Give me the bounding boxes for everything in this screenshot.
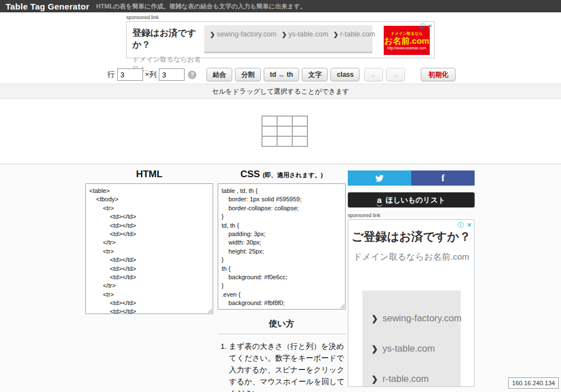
facebook-share-button[interactable]: f — [411, 170, 475, 186]
html-panel-title: HTML — [85, 169, 213, 180]
twitter-bird-icon — [375, 174, 384, 182]
grid-cell[interactable] — [292, 136, 307, 146]
main-area: HTML <table> <tbody> <tr> <td></td> <td>… — [0, 164, 561, 392]
grid-cell[interactable] — [292, 116, 307, 126]
css-panel: CSS (即、適用されます。) table , td, th { border:… — [218, 169, 346, 392]
merge-button[interactable]: 結合 — [206, 68, 232, 81]
sponsored-label: sponsored link — [126, 15, 435, 20]
amazon-wishlist-label: ほしいものリスト — [385, 195, 445, 205]
usage-section: 使い方 まず表の大きさ（行と列）を決めてください。数字をキーボードで入力するか、… — [218, 319, 346, 392]
td-th-toggle-button[interactable]: td ↔ th — [264, 68, 299, 81]
ad-link[interactable]: ❯r-table.com — [371, 373, 461, 384]
side-ad-headline: ご登録はお済ですか？ — [348, 229, 474, 245]
hint-bar: セルをドラッグして選択することができます — [0, 84, 561, 99]
side-column: f a ほしいものリスト sponsored link ⓘ ✕ ご登録はお済です… — [348, 170, 475, 387]
redo-button[interactable]: → — [386, 68, 405, 81]
facebook-f-icon: f — [442, 173, 445, 184]
rows-input[interactable] — [117, 68, 143, 81]
chevron-right-icon: ❯ — [371, 375, 378, 384]
cols-input[interactable] — [159, 68, 185, 81]
css-panel-title: CSS (即、適用されます。) — [218, 169, 346, 180]
chevron-right-icon: ❯ — [371, 314, 378, 323]
banner-line3: http://www.onamae.com — [387, 46, 426, 50]
grid-cell[interactable] — [292, 126, 307, 136]
grid-body — [262, 116, 307, 146]
chevron-right-icon: ❯ — [371, 344, 378, 353]
side-ad-box[interactable]: ⓘ ✕ ご登録はお済ですか？ ドメイン取るならお名前.com ❯sewing-f… — [348, 219, 475, 387]
side-ad-subline: ドメイン取るならお名前.com — [348, 251, 474, 263]
grid-cell[interactable] — [277, 116, 292, 126]
times-cols-label: ×列 — [145, 70, 157, 80]
app-header: Table Tag Generator HTMLの表を簡単に作成。複雑な表の結合… — [0, 0, 561, 12]
usage-divider — [218, 334, 346, 334]
chevron-right-icon: ❯ — [282, 31, 287, 38]
ad-link[interactable]: ❯sewing-factory.com — [210, 30, 277, 38]
ad-link[interactable]: ❯sewing-factory.com — [371, 313, 461, 324]
page-subtitle: HTMLの表を簡単に作成。複雑な表の結合も文字の入力も簡単に出来ます。 — [96, 2, 306, 11]
reset-button[interactable]: 初期化 — [421, 68, 456, 81]
grid-cell[interactable] — [262, 116, 277, 126]
social-buttons: f — [348, 170, 475, 186]
twitter-share-button[interactable] — [348, 170, 411, 186]
top-ad-area: sponsored link 登録はお済ですか？ ドメイン取るならお名前.c..… — [126, 15, 435, 58]
status-url-tooltip: 160.16.240.134 — [508, 377, 559, 389]
css-panel-note: (即、適用されます。) — [263, 172, 323, 178]
page-title: Table Tag Generator — [6, 2, 89, 11]
ad-info-icon[interactable]: ⓘ — [458, 222, 464, 228]
html-panel: HTML <table> <tbody> <tr> <td></td> <td>… — [85, 169, 213, 316]
class-button[interactable]: class — [330, 68, 360, 81]
adchoices-icons: ⓘ ✕ — [419, 22, 433, 30]
split-button[interactable]: 分割 — [235, 68, 261, 81]
ad-info-icon[interactable]: ⓘ — [420, 23, 425, 29]
html-code-textarea[interactable]: <table> <tbody> <tr> <td></td> <td></td>… — [85, 183, 213, 314]
top-ad-box[interactable]: 登録はお済ですか？ ドメイン取るならお名前.c... ❯sewing-facto… — [126, 21, 435, 58]
grid-cell[interactable] — [262, 126, 277, 136]
css-code-textarea[interactable]: table , td, th { border: 1px solid #5959… — [218, 183, 346, 310]
cell-grid[interactable] — [261, 116, 308, 147]
rows-label: 行 — [108, 70, 115, 80]
text-button[interactable]: 文字 — [302, 68, 328, 81]
adchoices-icons: ⓘ ✕ — [457, 221, 472, 229]
undo-button[interactable]: ← — [364, 68, 383, 81]
chevron-right-icon: ❯ — [210, 31, 215, 38]
ad-link[interactable]: ❯ys-table.com — [282, 30, 328, 38]
banner-line2: お名前.com — [384, 36, 429, 46]
amazon-a-icon: a — [377, 196, 381, 204]
sponsored-label: sponsored link — [348, 213, 475, 218]
ad-close-icon[interactable]: ✕ — [467, 222, 472, 228]
ad-close-icon[interactable]: ✕ — [428, 23, 433, 29]
top-ad-headline: 登録はお済ですか？ — [132, 27, 205, 51]
ad-link[interactable]: ❯r-table.com — [333, 30, 375, 38]
grid-cell[interactable] — [277, 126, 292, 136]
top-ad-links: ❯sewing-factory.com ❯ys-table.com ❯r-tab… — [204, 25, 373, 53]
controls-toolbar: 行 ×列 ? 結合 分割 td ↔ th 文字 class ← → 初期化 — [0, 66, 561, 83]
usage-item: まず表の大きさ（行と列）を決めてください。数字をキーボードで入力するか、スピナー… — [229, 341, 346, 392]
amazon-wishlist-button[interactable]: a ほしいものリスト — [348, 192, 475, 207]
usage-title: 使い方 — [218, 319, 346, 329]
grid-cell[interactable] — [277, 136, 292, 146]
chevron-right-icon: ❯ — [333, 31, 338, 38]
ad-link[interactable]: ❯ys-table.com — [371, 343, 461, 354]
usage-list: まず表の大きさ（行と列）を決めてください。数字をキーボードで入力するか、スピナー… — [218, 341, 346, 392]
help-icon[interactable]: ? — [188, 71, 196, 79]
grid-cell[interactable] — [262, 136, 277, 146]
side-ad-links: ❯sewing-factory.com ❯ys-table.com ❯r-tab… — [362, 290, 461, 387]
